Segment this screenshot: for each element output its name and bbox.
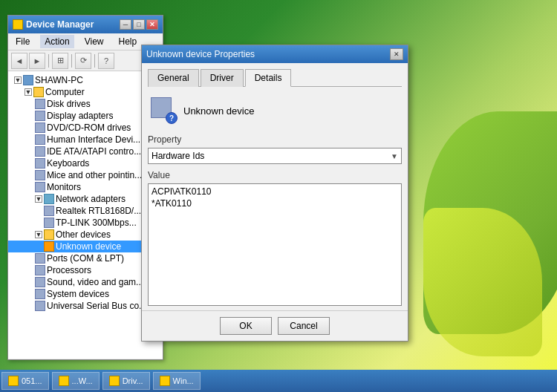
device-manager-window: Device Manager ─ □ ✕ File Action View He… <box>7 15 163 360</box>
dialog-titlebar: Unknown device Properties ✕ <box>142 45 408 63</box>
device-manager-title: Device Manager <box>26 19 94 30</box>
ok-button[interactable]: OK <box>220 317 272 335</box>
taskbar-item-3[interactable]: Driv... <box>102 372 150 390</box>
minimize-button[interactable]: ─ <box>120 19 131 30</box>
tab-general[interactable]: General <box>148 69 199 87</box>
toolbar-separator-3 <box>94 54 95 68</box>
tree-label: Display adapters <box>47 111 113 121</box>
dvd-icon <box>35 122 45 133</box>
unknown-icon <box>44 241 54 252</box>
dialog-controls: ✕ <box>390 48 403 60</box>
other-expand[interactable]: ▼ <box>35 231 42 238</box>
maximize-button[interactable]: □ <box>133 19 145 30</box>
display-icon <box>35 111 45 121</box>
taskbar-item-2[interactable]: ...W... <box>52 372 100 390</box>
refresh-button[interactable]: ⟳ <box>75 53 91 69</box>
dialog-body: General Driver Details ? Unknown device … <box>142 63 408 312</box>
network-icon <box>44 194 54 204</box>
device-overlay-icon: ? <box>166 112 177 124</box>
menu-file[interactable]: File <box>11 35 34 48</box>
system-icon <box>35 289 45 299</box>
menu-action[interactable]: Action <box>40 35 74 48</box>
ports-icon <box>35 253 45 264</box>
tree-root[interactable]: ▼ SHAWN-PC <box>11 74 163 86</box>
value-section-label: Value <box>148 170 402 180</box>
tree-label: Realtek RTL8168D/... <box>56 206 141 216</box>
list-item: *ATK0110 <box>152 197 398 209</box>
taskbar: 051... ...W... Driv... Win... <box>0 370 557 392</box>
tree-label: IDE ATA/ATAPI contro... <box>47 146 141 157</box>
taskbar-icon-1 <box>8 376 19 386</box>
taskbar-item-1[interactable]: 051... <box>1 372 49 390</box>
dialog-footer: OK Cancel <box>142 310 408 341</box>
hid-icon <box>35 134 45 145</box>
tree-item-realtek[interactable]: Realtek RTL8168D/... <box>8 205 163 217</box>
sound-icon <box>35 277 45 287</box>
realtek-icon <box>44 206 54 216</box>
keyboard-icon <box>35 158 45 169</box>
toolbar: ◄ ► ⊞ ⟳ ? <box>8 50 163 71</box>
help-button[interactable]: ? <box>98 53 114 69</box>
dialog-title: Unknown device Properties <box>146 49 255 59</box>
computer-icon <box>23 75 33 85</box>
mouse-icon <box>35 170 45 180</box>
taskbar-label-4: Win... <box>173 376 194 385</box>
tree-item-tplink[interactable]: TP-LINK 300Mbps... <box>8 217 163 229</box>
win-controls: ─ □ ✕ <box>120 19 158 30</box>
tree-label: Sound, video and gam... <box>47 277 143 287</box>
device-name-label: Unknown device <box>183 105 254 117</box>
titlebar-left: Device Manager <box>13 19 94 30</box>
tree-label: Ports (COM & LPT) <box>47 253 124 264</box>
taskbar-label-2: ...W... <box>72 376 93 385</box>
disk-icon <box>35 99 45 109</box>
toolbar-separator-2 <box>71 54 72 68</box>
tree-label: TP-LINK 300Mbps... <box>56 218 137 228</box>
usb-icon <box>35 301 45 311</box>
tab-driver[interactable]: Driver <box>201 69 244 87</box>
properties-button[interactable]: ⊞ <box>52 53 68 69</box>
tree-label: Monitors <box>47 182 81 192</box>
list-item: ACPI\ATK0110 <box>152 186 398 197</box>
root-expand[interactable]: ▼ <box>14 76 22 84</box>
property-dropdown[interactable]: Hardware Ids ▼ <box>148 148 402 164</box>
tab-bar: General Driver Details <box>148 69 402 87</box>
dialog-close-button[interactable]: ✕ <box>390 48 403 60</box>
computer-expand[interactable]: ▼ <box>25 88 32 96</box>
tree-item-unknown[interactable]: Unknown device <box>8 241 163 252</box>
tree-label: Disk drives <box>47 99 91 109</box>
leaf-decoration-1 <box>423 111 557 334</box>
tree-label: System devices <box>47 289 109 299</box>
value-list: ACPI\ATK0110 *ATK0110 <box>148 183 402 306</box>
computer-icon <box>33 87 44 97</box>
monitor-icon <box>35 182 45 192</box>
taskbar-label-1: 051... <box>22 376 42 385</box>
device-header: ? Unknown device <box>148 93 402 128</box>
tree-root-label: SHAWN-PC <box>35 75 83 85</box>
taskbar-label-3: Driv... <box>123 376 143 385</box>
taskbar-icon-4 <box>160 376 170 386</box>
back-button[interactable]: ◄ <box>11 53 27 69</box>
close-button[interactable]: ✕ <box>146 19 158 30</box>
device-manager-title-icon <box>13 19 23 30</box>
tree-label: Processors <box>47 265 91 275</box>
device-icon-large: ? <box>151 97 177 124</box>
background-decoration <box>423 0 557 370</box>
cancel-button[interactable]: Cancel <box>278 317 330 335</box>
processors-icon <box>35 265 45 275</box>
tree-label: Other devices <box>56 229 111 240</box>
device-manager-titlebar: Device Manager ─ □ ✕ <box>8 16 163 33</box>
network-expand[interactable]: ▼ <box>35 195 42 203</box>
tplink-icon <box>44 218 54 228</box>
taskbar-icon-3 <box>109 376 120 386</box>
menu-help[interactable]: Help <box>114 35 142 48</box>
taskbar-item-4[interactable]: Win... <box>153 372 201 390</box>
tab-details[interactable]: Details <box>245 69 292 87</box>
forward-button[interactable]: ► <box>29 53 45 69</box>
tree-label: DVD/CD-ROM drives <box>47 122 131 133</box>
tree-label: Keyboards <box>47 158 89 169</box>
dropdown-arrow-icon: ▼ <box>391 152 398 160</box>
ide-icon <box>35 146 45 157</box>
device-tree: ▼ SHAWN-PC ▼ Computer Disk drives Displa… <box>8 71 163 359</box>
menu-view[interactable]: View <box>80 35 108 48</box>
tree-label: Network adapters <box>56 194 126 204</box>
